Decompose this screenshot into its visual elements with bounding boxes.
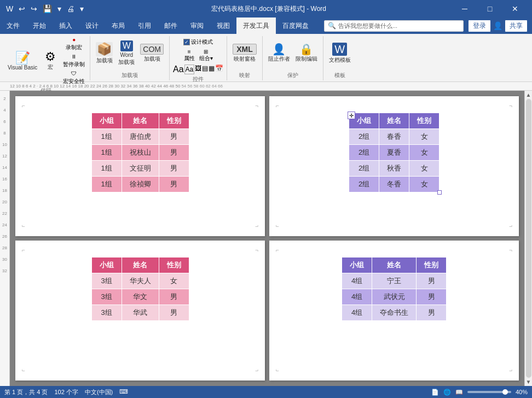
table-resize-handle[interactable]	[437, 190, 442, 195]
pages-area: ⌐ ⌐ ⌐ ⌐ 小组 姓名 性别 1组 唐伯虎 男	[10, 91, 524, 386]
tab-insert[interactable]: 插入	[53, 17, 79, 34]
block-authors-icon: 👤	[272, 44, 286, 55]
maximize-button[interactable]: □	[477, 0, 502, 17]
controls-checkboxes: ✓ 设计模式	[183, 38, 213, 46]
corner-bl-4: ⌐	[276, 368, 279, 374]
table3-header-gender: 性别	[159, 257, 189, 273]
redo-icon[interactable]: ↪	[29, 3, 39, 14]
restrict-editing-button[interactable]: 🔒 限制编辑	[293, 43, 320, 64]
addins-button[interactable]: 📦 加载项	[94, 41, 115, 66]
com-addins-button[interactable]: COM 加载项	[138, 43, 166, 64]
table-move-handle[interactable]: ✛	[348, 112, 355, 119]
corner-br-2: ⌐	[509, 224, 512, 230]
corner-tr-3: ⌐	[255, 247, 258, 253]
view-print-icon[interactable]: 📄	[431, 389, 439, 396]
template-group-label: 模板	[334, 72, 345, 80]
design-mode-checkbox[interactable]: ✓ 设计模式	[183, 38, 213, 46]
design-mode-check-icon: ✓	[183, 39, 190, 45]
view-read-icon[interactable]: 📖	[455, 389, 463, 396]
ribbon-tabs: 文件 开始 插入 设计 布局 引用 邮件 审阅 视图 开发工具 百度网盘 🔍 告…	[0, 17, 532, 34]
pause-icon: ⏸	[71, 54, 77, 60]
word-addins-icon: W	[120, 40, 133, 51]
window-title: 宏代码表格居中.docx [兼容模式] - Word	[85, 4, 452, 14]
title-bar: W ↩ ↪ 💾 ▾ 🖨 ▾ 宏代码表格居中.docx [兼容模式] - Word…	[0, 0, 532, 17]
share-button[interactable]: 共享	[505, 20, 528, 32]
page-2: ⌐ ⌐ ⌐ ⌐ ✛ 小组 姓名 性别 2组	[269, 96, 519, 236]
tab-references[interactable]: 引用	[131, 17, 158, 34]
tab-layout[interactable]: 布局	[105, 17, 131, 34]
tab-mailings[interactable]: 邮件	[158, 17, 184, 34]
document-area: 2 4 6 8 10 12 14 16 18 20 22 24 26 28 30…	[0, 91, 532, 386]
auth-buttons: 登录 👤 共享	[468, 20, 528, 32]
encoding-icon: ⌨	[119, 388, 128, 396]
controls-group-label: 控件	[193, 75, 204, 84]
tab-baidu[interactable]: 百度网盘	[276, 17, 315, 34]
template-group-items: W 文档模板	[327, 36, 353, 71]
table-row: 3组 华夫人 女	[91, 273, 189, 289]
word-addins-button[interactable]: W Word 加载项	[116, 39, 137, 67]
window-controls: ─ □ ✕	[452, 0, 528, 17]
corner-bl-2: ⌐	[276, 224, 279, 230]
table-row: 1组 文征明 男	[91, 161, 189, 177]
scroll-thumb[interactable]	[526, 99, 531, 378]
close-button[interactable]: ✕	[502, 0, 528, 17]
table4-header-group: 小组	[342, 257, 372, 273]
table-page2: 小组 姓名 性别 2组 春香 女 2组 夏香	[349, 113, 440, 192]
control-buttons-row: ≡ 属性 ⊞ 组合▾	[182, 48, 215, 63]
doc-template-button[interactable]: W 文档模板	[327, 42, 353, 65]
tab-review[interactable]: 审阅	[184, 17, 210, 34]
zoom-slider[interactable]	[467, 391, 511, 393]
table2-wrapper: ✛ 小组 姓名 性别 2组 春香 女	[349, 113, 440, 192]
controls-group-items: ✓ 设计模式 ≡ 属性 ⊞ 组合▾ Aa Aa 🖼 ▤ ▦	[173, 36, 223, 74]
table-page3: 小组 姓名 性别 3组 华夫人 女 3组 华文 男	[91, 257, 189, 321]
customize-icon[interactable]: ▾	[78, 3, 85, 14]
group-button[interactable]: ⊞ 组合▾	[198, 48, 215, 63]
tab-file[interactable]: 文件	[0, 17, 26, 34]
page-1: ⌐ ⌐ ⌐ ⌐ 小组 姓名 性别 1组 唐伯虎 男	[15, 96, 265, 236]
text-control2-icon[interactable]: Aa	[184, 65, 195, 74]
vertical-scrollbar[interactable]: ▲ ▼	[524, 91, 532, 386]
combo-control-icon[interactable]: ▤	[202, 65, 208, 74]
group-icon: ⊞	[204, 49, 208, 55]
record-macro-button[interactable]: ● 录制宏	[61, 36, 86, 52]
scroll-up-button[interactable]: ▲	[526, 92, 531, 98]
ribbon-content: 📝 Visual Basic ⚙ 宏 ● 录制宏 ⏸ 暂停录制 🛡 宏安全性	[0, 34, 532, 82]
login-button[interactable]: 登录	[468, 20, 491, 32]
date-control-icon[interactable]: 📅	[215, 65, 223, 74]
search-bar[interactable]: 🔍 告诉我您想要做什么...	[324, 20, 464, 32]
record-icon: ●	[72, 37, 76, 43]
protect-group-items: 👤 阻止作者 🔒 限制编辑	[266, 36, 320, 71]
view-web-icon[interactable]: 🌐	[443, 389, 451, 396]
table-row: 3组 华文 男	[91, 289, 189, 305]
text-control-icon[interactable]: Aa	[173, 65, 184, 74]
tab-design[interactable]: 设计	[79, 17, 105, 34]
scroll-down-button[interactable]: ▼	[526, 379, 531, 385]
visual-basic-button[interactable]: 📝 Visual Basic	[5, 51, 39, 72]
xml-mapping-button[interactable]: XML 映射窗格	[230, 43, 259, 64]
protect-group-label: 保护	[287, 72, 298, 80]
block-authors-button[interactable]: 👤 阻止作者	[266, 43, 292, 64]
macro-icon: ⚙	[45, 51, 56, 63]
status-left: 第 1 页，共 4 页 102 个字 中文(中国) ⌨	[4, 388, 128, 396]
tab-developer[interactable]: 开发工具	[236, 17, 276, 34]
table-page1: 小组 姓名 性别 1组 唐伯虎 男 1组 祝枝山 男	[91, 113, 189, 192]
table-page4: 小组 姓名 性别 4组 宁王 男 4组 武状元 男	[342, 257, 447, 321]
qa-dropdown-icon[interactable]: ▾	[56, 3, 63, 14]
tab-view[interactable]: 视图	[210, 17, 236, 34]
corner-tl-4: ⌐	[276, 247, 279, 253]
print-icon[interactable]: 🖨	[65, 3, 76, 14]
tab-home[interactable]: 开始	[26, 17, 53, 34]
properties-button[interactable]: ≡ 属性	[182, 48, 196, 63]
zoom-thumb[interactable]	[502, 389, 508, 395]
table-row: 2组 夏香 女	[349, 145, 440, 161]
save-icon[interactable]: 💾	[41, 3, 54, 14]
restrict-editing-icon: 🔒	[299, 44, 313, 55]
image-control-icon[interactable]: 🖼	[195, 65, 201, 74]
table2-header-name: 姓名	[379, 113, 409, 129]
zoom-level: 40%	[516, 389, 528, 395]
list-control-icon[interactable]: ▦	[209, 65, 215, 74]
undo-icon[interactable]: ↩	[17, 3, 27, 14]
pause-recording-button[interactable]: ⏸ 暂停录制	[61, 53, 86, 69]
macro-button[interactable]: ⚙ 宏	[41, 50, 60, 72]
minimize-button[interactable]: ─	[452, 0, 477, 17]
